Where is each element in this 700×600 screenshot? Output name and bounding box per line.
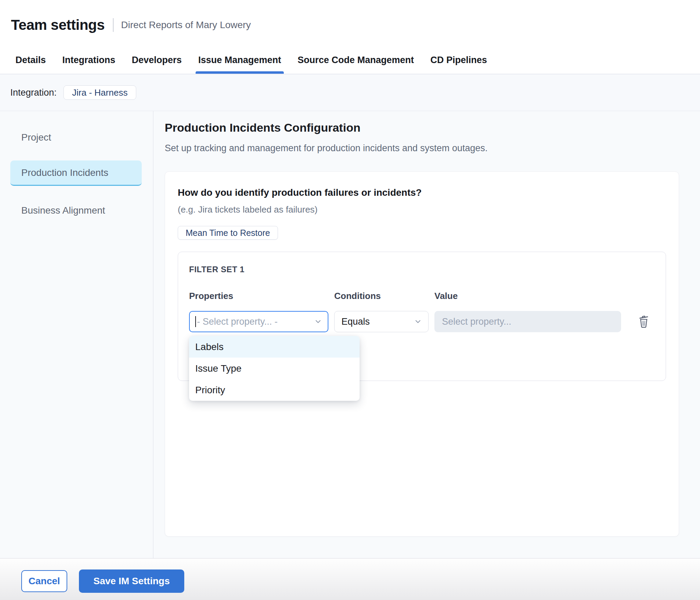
tab-issue-management[interactable]: Issue Management bbox=[198, 46, 281, 74]
page-title: Team settings bbox=[11, 17, 105, 33]
card-hint: (e.g. Jira tickets labeled as failures) bbox=[178, 204, 666, 215]
sidebar-item-production-incidents[interactable]: Production Incidents bbox=[10, 160, 142, 186]
value-input[interactable] bbox=[434, 311, 621, 332]
card-question: How do you identify production failures … bbox=[178, 186, 666, 199]
value-column-label: Value bbox=[434, 290, 621, 301]
dropdown-option-labels[interactable]: Labels bbox=[189, 336, 360, 358]
integration-label: Integration: bbox=[10, 87, 57, 98]
mean-time-to-restore-chip[interactable]: Mean Time to Restore bbox=[178, 226, 278, 240]
sidebar-item-business-alignment[interactable]: Business Alignment bbox=[10, 198, 142, 223]
tab-bar: Details Integrations Developers Issue Ma… bbox=[0, 46, 700, 74]
tab-cd-pipelines[interactable]: CD Pipelines bbox=[430, 46, 487, 74]
integration-chip[interactable]: Jira - Harness bbox=[63, 85, 136, 100]
delete-filter-button[interactable] bbox=[638, 314, 650, 329]
incidents-config-card: How do you identify production failures … bbox=[165, 171, 679, 537]
chevron-down-icon bbox=[314, 317, 322, 326]
content-area: Project Production Incidents Business Al… bbox=[0, 111, 700, 558]
tab-integrations[interactable]: Integrations bbox=[62, 46, 116, 74]
integration-bar: Integration: Jira - Harness bbox=[0, 74, 700, 111]
filter-row: - Select property... - Equals bbox=[189, 311, 655, 332]
filter-set-1: FILTER SET 1 Properties Conditions Value… bbox=[178, 252, 666, 381]
section-title: Production Incidents Configuration bbox=[165, 120, 679, 135]
footer-action-bar: Cancel Save IM Settings bbox=[0, 558, 700, 600]
sidebar-item-project[interactable]: Project bbox=[10, 125, 142, 150]
condition-select-value: Equals bbox=[341, 316, 414, 327]
chevron-down-icon bbox=[414, 317, 422, 326]
property-select[interactable]: - Select property... - bbox=[189, 311, 328, 332]
main-panel: Production Incidents Configuration Set u… bbox=[153, 111, 700, 558]
trash-icon bbox=[638, 314, 650, 329]
title-separator bbox=[113, 18, 114, 32]
save-im-settings-button[interactable]: Save IM Settings bbox=[79, 569, 184, 593]
settings-sidebar: Project Production Incidents Business Al… bbox=[0, 111, 153, 558]
dropdown-option-issue-type[interactable]: Issue Type bbox=[189, 358, 360, 379]
page-header: Team settings Direct Reports of Mary Low… bbox=[0, 0, 700, 46]
tab-source-code-management[interactable]: Source Code Management bbox=[298, 46, 414, 74]
properties-column-label: Properties bbox=[189, 290, 334, 301]
tab-developers[interactable]: Developers bbox=[132, 46, 182, 74]
filter-set-title: FILTER SET 1 bbox=[189, 264, 655, 275]
filter-column-headers: Properties Conditions Value bbox=[189, 290, 655, 301]
condition-select[interactable]: Equals bbox=[334, 311, 429, 332]
text-cursor bbox=[195, 316, 196, 327]
tab-details[interactable]: Details bbox=[15, 46, 46, 74]
property-dropdown: Labels Issue Type Priority bbox=[189, 336, 360, 401]
conditions-column-label: Conditions bbox=[334, 290, 434, 301]
section-description: Set up tracking and management for produ… bbox=[165, 142, 679, 154]
page-subtitle: Direct Reports of Mary Lowery bbox=[121, 20, 251, 31]
property-select-placeholder: - Select property... - bbox=[197, 316, 314, 327]
cancel-button[interactable]: Cancel bbox=[21, 570, 67, 592]
dropdown-option-priority[interactable]: Priority bbox=[189, 379, 360, 401]
